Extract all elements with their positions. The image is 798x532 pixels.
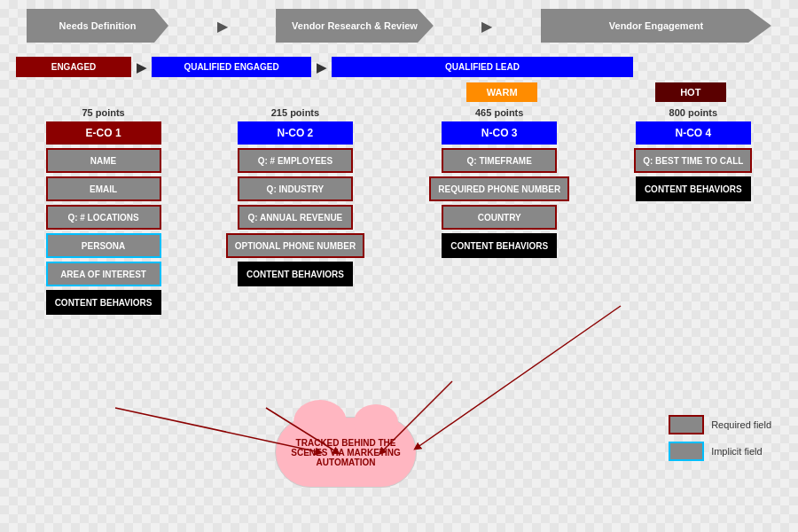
field-locations: Q: # LOCATIONS [46,205,161,230]
legend-implicit: Implicit field [669,442,771,461]
legend: Required field Implicit field [669,415,771,461]
field-annual-revenue: Q: ANNUAL REVENUE [238,205,353,230]
field-industry: Q: INDUSTRY [238,176,353,201]
legend-required-box [669,415,704,434]
nco-eco1: E-CO 1 [46,121,161,145]
phase-vendor-research: Vendor Research & Review [276,9,434,43]
legend-required: Required field [669,415,771,434]
legend-implicit-label: Implicit field [711,446,762,457]
field-name: NAME [46,148,161,173]
svg-line-3 [417,306,621,448]
sub-stage-warm: WARM [466,82,537,102]
column-eco1: 75 points E-CO 1 NAME EMAIL Q: # LOCATIO… [46,107,161,315]
phase-needs-definition: Needs Definition [27,9,168,43]
nco-nco3: N-CO 3 [442,121,557,145]
arrow-connector-2: ▶ [317,60,326,74]
phase-arrow-1: ▶ [214,18,231,35]
field-best-time: Q: BEST TIME TO CALL [634,148,752,173]
field-content-behaviors-3: CONTENT BEHAVIORS [442,233,557,258]
field-content-behaviors-1: CONTENT BEHAVIORS [46,290,161,315]
field-content-behaviors-2: CONTENT BEHAVIORS [238,262,353,286]
legend-implicit-box [669,442,704,461]
legend-required-label: Required field [711,419,771,430]
cloud-text: TRACKED BEHIND THE SCENES VIA MARKETING … [285,438,407,467]
column-nco2: 215 points N-CO 2 Q: # EMPLOYEES Q: INDU… [226,107,365,286]
field-content-behaviors-4: CONTENT BEHAVIORS [636,176,751,201]
field-area-interest: AREA OF INTEREST [46,262,161,286]
nco-nco2: N-CO 2 [238,121,353,145]
field-timeframe: Q: TIMEFRAME [442,148,557,173]
phase-arrow-2: ▶ [478,18,496,35]
field-optional-phone: OPTIONAL PHONE NUMBER [226,233,365,258]
sub-stage-hot: HOT [655,82,726,102]
column-nco3: 465 points N-CO 3 Q: TIMEFRAME REQUIRED … [429,107,569,258]
points-1: 75 points [82,107,124,118]
cloud: TRACKED BEHIND THE SCENES VIA MARKETING … [275,417,417,505]
field-employees: Q: # EMPLOYEES [238,148,353,173]
field-persona: PERSONA [46,233,161,258]
points-3: 465 points [475,107,523,118]
arrow-connector-1: ▶ [137,60,146,74]
points-2: 215 points [271,107,319,118]
stage-qualified-lead: QUALIFIED LEAD [332,57,633,77]
points-4: 800 points [669,107,717,118]
field-email: EMAIL [46,176,161,201]
stage-engaged: ENGAGED [16,57,131,77]
phase-vendor-engagement: Vendor Engagement [541,9,771,43]
nco-nco4: N-CO 4 [636,121,751,145]
field-req-phone: REQUIRED PHONE NUMBER [429,176,569,201]
column-nco4: 800 points N-CO 4 Q: BEST TIME TO CALL C… [634,107,752,201]
field-country: COUNTRY [442,205,557,230]
stage-qualified-engaged: QUALIFIED ENGAGED [152,57,311,77]
